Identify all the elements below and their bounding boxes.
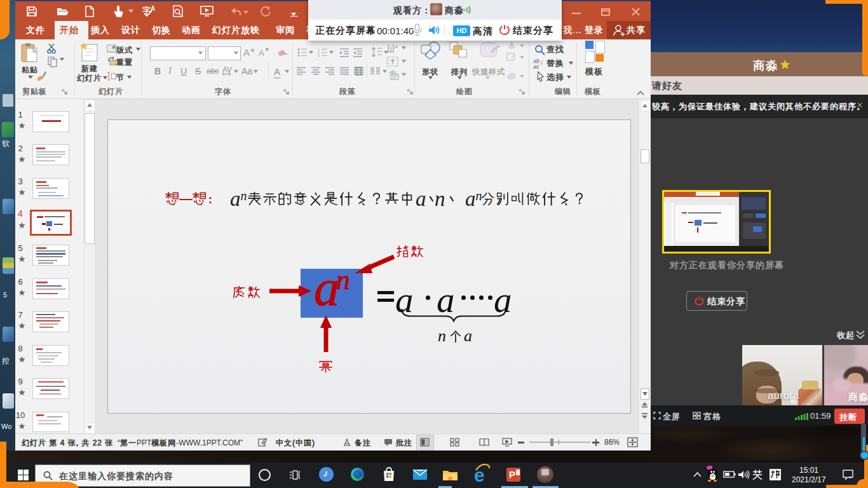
svg-text:ac: ac <box>533 64 539 69</box>
svg-text:3: 3 <box>318 54 320 57</box>
svg-text:A: A <box>395 44 398 50</box>
